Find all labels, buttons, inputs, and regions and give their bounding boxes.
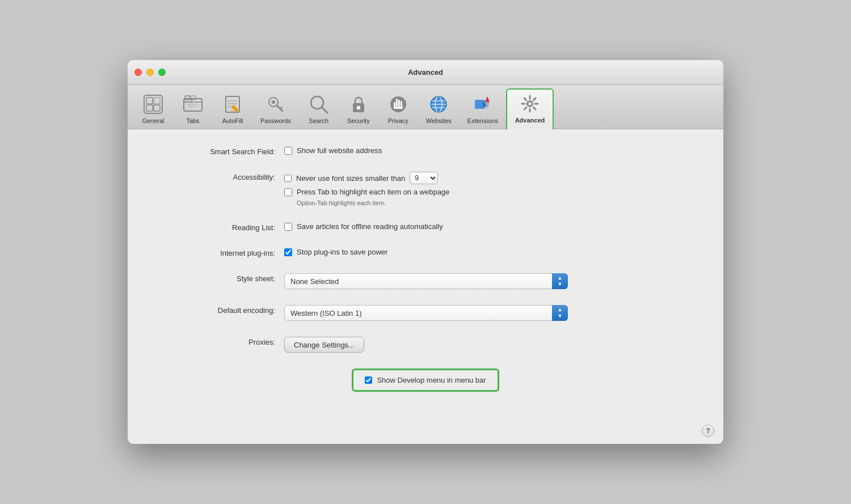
svg-line-52 xyxy=(524,107,526,109)
preferences-window: Advanced General xyxy=(128,60,723,444)
encoding-select[interactable]: Western (ISO Latin 1) Unicode (UTF-8) xyxy=(284,305,568,321)
internet-plugins-checkbox[interactable] xyxy=(284,248,292,256)
privacy-label: Privacy xyxy=(388,117,408,124)
svg-marker-17 xyxy=(231,110,233,111)
reading-list-label: Reading List: xyxy=(150,222,275,232)
passwords-label: Passwords xyxy=(260,117,291,124)
svg-point-21 xyxy=(272,100,275,104)
font-size-row: Never use font sizes smaller than 9 10 1… xyxy=(284,172,449,184)
toolbar-item-advanced[interactable]: Advanced xyxy=(506,88,554,129)
svg-line-19 xyxy=(277,105,283,111)
accessibility-control: Never use font sizes smaller than 9 10 1… xyxy=(284,172,449,206)
toolbar-item-extensions[interactable]: Extensions xyxy=(460,90,506,129)
style-sheet-row: Style sheet: None Selected ▲ ▼ xyxy=(150,273,701,289)
internet-plugins-row: Internet plug-ins: Stop plug-ins to save… xyxy=(150,248,701,257)
svg-point-22 xyxy=(311,96,323,109)
toolbar-item-tabs[interactable]: Tabs xyxy=(173,90,213,129)
accessibility-label: Accessibility: xyxy=(150,172,275,181)
develop-box: Show Develop menu in menu bar xyxy=(352,369,499,392)
smart-search-label: Smart Search Field: xyxy=(150,146,275,156)
advanced-icon xyxy=(519,93,541,115)
accessibility-hint: Option-Tab highlights each item. xyxy=(297,200,449,206)
bottom-bar: ? xyxy=(128,420,723,444)
smart-search-checkbox[interactable] xyxy=(284,147,292,155)
passwords-icon xyxy=(265,94,287,115)
general-label: General xyxy=(142,117,164,124)
internet-plugins-control: Stop plug-ins to save power xyxy=(284,248,387,256)
svg-marker-41 xyxy=(485,96,490,102)
svg-rect-25 xyxy=(357,106,360,109)
minimize-button[interactable] xyxy=(146,69,154,76)
reading-list-row: Reading List: Save articles for offline … xyxy=(150,222,701,232)
advanced-label: Advanced xyxy=(515,117,545,124)
accessibility-tab-row: Press Tab to highlight each item on a we… xyxy=(284,188,449,196)
smart-search-checkbox-row: Show full website address xyxy=(284,146,382,155)
help-button[interactable]: ? xyxy=(702,425,714,437)
svg-rect-28 xyxy=(398,100,400,107)
svg-rect-29 xyxy=(401,101,402,107)
svg-point-44 xyxy=(528,102,532,105)
develop-menu-label: Show Develop menu in menu bar xyxy=(377,376,486,384)
svg-rect-1 xyxy=(146,98,153,104)
change-settings-button[interactable]: Change Settings... xyxy=(284,337,364,353)
style-sheet-label: Style sheet: xyxy=(150,273,275,283)
reading-list-checkbox-label: Save articles for offline reading automa… xyxy=(297,222,443,231)
content-area: Smart Search Field: Show full website ad… xyxy=(128,129,723,420)
security-label: Security xyxy=(347,117,370,124)
websites-label: Websites xyxy=(426,117,452,124)
smart-search-control: Show full website address xyxy=(284,146,382,155)
default-encoding-label: Default encoding: xyxy=(150,305,275,315)
reading-list-control: Save articles for offline reading automa… xyxy=(284,222,443,231)
accessibility-row: Accessibility: Never use font sizes smal… xyxy=(150,172,701,206)
toolbar-item-passwords[interactable]: Passwords xyxy=(252,90,299,129)
window-title: Advanced xyxy=(408,68,443,77)
svg-rect-31 xyxy=(394,107,403,109)
svg-rect-5 xyxy=(184,99,202,111)
default-encoding-row: Default encoding: Western (ISO Latin 1) … xyxy=(150,305,701,321)
toolbar-item-websites[interactable]: Websites xyxy=(418,90,460,129)
style-sheet-select[interactable]: None Selected xyxy=(284,273,568,289)
toolbar: General Tabs xyxy=(128,85,723,129)
autofill-label: AutoFill xyxy=(222,117,243,124)
reading-list-checkbox[interactable] xyxy=(284,223,292,231)
font-size-select[interactable]: 9 10 11 12 14 xyxy=(410,172,438,184)
develop-menu-checkbox[interactable] xyxy=(365,376,372,384)
accessibility-font-checkbox[interactable] xyxy=(284,175,292,182)
proxies-row: Proxies: Change Settings... xyxy=(150,337,701,353)
search-label: Search xyxy=(309,117,328,124)
proxies-control: Change Settings... xyxy=(284,337,364,353)
toolbar-item-autofill[interactable]: AutoFill xyxy=(213,90,252,129)
smart-search-checkbox-label: Show full website address xyxy=(297,146,382,155)
toolbar-item-privacy[interactable]: Privacy xyxy=(378,90,418,129)
websites-icon xyxy=(428,94,449,115)
toolbar-item-security[interactable]: Security xyxy=(339,90,378,129)
close-button[interactable] xyxy=(134,69,142,76)
develop-row: Show Develop menu in menu bar xyxy=(150,369,701,392)
accessibility-tab-label: Press Tab to highlight each item on a we… xyxy=(297,188,449,196)
style-sheet-select-wrapper: None Selected ▲ ▼ xyxy=(284,273,568,289)
encoding-select-wrapper: Western (ISO Latin 1) Unicode (UTF-8) ▲ … xyxy=(284,305,568,321)
svg-rect-3 xyxy=(146,105,153,111)
smart-search-row: Smart Search Field: Show full website ad… xyxy=(150,146,701,156)
svg-line-23 xyxy=(322,108,327,113)
svg-rect-2 xyxy=(154,98,160,104)
accessibility-tab-checkbox[interactable] xyxy=(284,188,292,196)
svg-line-49 xyxy=(524,98,526,100)
svg-line-51 xyxy=(533,98,536,100)
toolbar-item-general[interactable]: General xyxy=(133,90,173,129)
tabs-icon xyxy=(182,94,204,115)
toolbar-item-search[interactable]: Search xyxy=(299,90,339,129)
title-bar: Advanced xyxy=(128,60,723,85)
search-icon xyxy=(308,94,330,115)
default-encoding-control: Western (ISO Latin 1) Unicode (UTF-8) ▲ … xyxy=(284,305,568,321)
svg-rect-4 xyxy=(154,105,160,111)
extensions-icon xyxy=(472,94,494,115)
maximize-button[interactable] xyxy=(158,69,166,76)
window-controls xyxy=(134,69,166,76)
internet-plugins-checkbox-row: Stop plug-ins to save power xyxy=(284,248,387,256)
security-icon xyxy=(348,94,369,115)
svg-line-20 xyxy=(280,107,282,109)
proxies-label: Proxies: xyxy=(150,337,275,346)
accessibility-font-label: Never use font sizes smaller than xyxy=(296,174,405,183)
reading-list-checkbox-row: Save articles for offline reading automa… xyxy=(284,222,443,231)
